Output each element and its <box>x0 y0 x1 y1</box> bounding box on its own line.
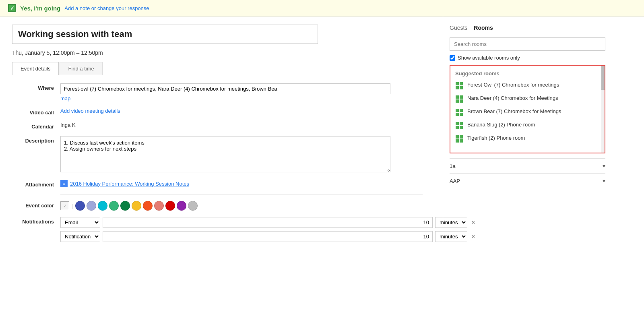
svg-rect-6 <box>456 99 459 103</box>
color-default[interactable]: ✓ <box>60 201 69 210</box>
svg-rect-4 <box>456 95 459 99</box>
notification-1: Email Notification minutes hours days × <box>60 217 475 228</box>
room-item-1[interactable]: Forest Owl (7) Chromebox for meetings <box>455 81 600 90</box>
color-blueberry[interactable] <box>75 201 85 211</box>
svg-rect-15 <box>460 126 463 129</box>
add-video-link[interactable]: Add video meeting details <box>60 108 120 114</box>
event-tabs: Event details Find a time <box>12 62 435 75</box>
room-name-1: Forest Owl (7) Chromebox for meetings <box>467 81 559 89</box>
suggested-rooms-box: Suggested rooms Forest Owl (7) Chromebox… <box>450 65 605 153</box>
scrollbar-track[interactable] <box>601 66 605 153</box>
color-lavender[interactable] <box>87 201 96 211</box>
where-input[interactable] <box>60 83 390 94</box>
color-tomato[interactable] <box>165 201 175 211</box>
notif-minutes-2[interactable] <box>103 231 433 242</box>
svg-rect-5 <box>460 95 463 99</box>
video-call-value: Add video meeting details <box>60 108 431 114</box>
section-aap-label: AAP <box>450 178 460 184</box>
svg-rect-10 <box>456 113 459 116</box>
event-color-label: Event color <box>12 201 60 209</box>
map-link[interactable]: map <box>60 95 431 101</box>
room-item-5[interactable]: Tigerfish (2) Phone room <box>455 134 600 143</box>
search-rooms-input[interactable] <box>450 37 605 51</box>
svg-rect-13 <box>460 122 463 125</box>
event-color-row: Event color ✓ | <box>12 201 431 211</box>
room-grid-icon-3 <box>455 108 463 116</box>
room-name-3: Brown Bear (7) Chromebox for Meetings <box>467 108 561 115</box>
attachment-link[interactable]: ≡ 2016 Holiday Performance: Working Sess… <box>60 180 431 187</box>
chevron-down-aap: ▾ <box>603 178 605 184</box>
event-color-value: ✓ | <box>60 201 431 211</box>
tab-find-time[interactable]: Find a time <box>60 62 102 75</box>
svg-rect-11 <box>460 113 463 116</box>
sidebar-tabs: Guests Rooms <box>450 25 605 32</box>
svg-rect-1 <box>460 82 463 85</box>
room-name-2: Nara Deer (4) Chromebox for Meetings <box>467 95 558 102</box>
color-basil[interactable] <box>120 201 130 211</box>
color-grape[interactable] <box>177 201 186 211</box>
where-row: Where map <box>12 83 431 101</box>
show-available-label: Show available rooms only <box>458 55 520 61</box>
attachment-value: ≡ 2016 Holiday Performance: Working Sess… <box>60 180 431 187</box>
room-item-4[interactable]: Banana Slug (2) Phone room <box>455 121 600 130</box>
tab-rooms[interactable]: Rooms <box>474 25 493 32</box>
svg-rect-7 <box>460 99 463 103</box>
description-value: 1. Discuss last week's action items 2. A… <box>60 136 431 174</box>
notif-type-1[interactable]: Email Notification <box>60 217 100 228</box>
room-grid-icon-5 <box>455 135 463 143</box>
right-sidebar: Guests Rooms Show available rooms only S… <box>443 17 612 335</box>
svg-rect-3 <box>460 86 463 89</box>
svg-rect-8 <box>456 109 459 112</box>
where-label: Where <box>12 83 60 91</box>
notifications-label: Notifications <box>12 217 60 225</box>
color-flamingo[interactable] <box>154 201 164 211</box>
svg-rect-19 <box>460 139 463 143</box>
video-call-row: Video call Add video meeting details <box>12 108 431 116</box>
form-divider <box>60 194 423 194</box>
event-title-input[interactable] <box>12 25 318 44</box>
section-1a-label: 1a <box>450 163 455 169</box>
notifications-value: Email Notification minutes hours days × … <box>60 217 475 245</box>
notifications-row: Notifications Email Notification minutes… <box>12 217 431 245</box>
attachment-label: Attachment <box>12 180 60 188</box>
chevron-down-1a: ▾ <box>603 163 605 169</box>
room-grid-icon-1 <box>455 82 463 90</box>
description-textarea[interactable]: 1. Discuss last week's action items 2. A… <box>60 136 390 172</box>
notif-minutes-1[interactable] <box>103 217 433 228</box>
suggested-rooms-title: Suggested rooms <box>455 70 600 77</box>
color-tangerine[interactable] <box>143 201 153 211</box>
svg-rect-9 <box>460 109 463 112</box>
color-banana[interactable] <box>132 201 141 211</box>
event-form: Thu, January 5, 12:00pm – 12:50pm Event … <box>0 17 443 335</box>
svg-rect-0 <box>456 82 459 85</box>
svg-rect-17 <box>460 135 463 139</box>
tab-event-details[interactable]: Event details <box>12 62 59 75</box>
room-name-5: Tigerfish (2) Phone room <box>467 134 525 142</box>
room-grid-icon-4 <box>455 122 463 130</box>
section-row-1a[interactable]: 1a ▾ <box>450 158 605 173</box>
rsvp-going-label: Yes, I'm going <box>20 5 60 12</box>
svg-rect-14 <box>456 126 459 129</box>
room-item-2[interactable]: Nara Deer (4) Chromebox for Meetings <box>455 95 600 103</box>
color-sage[interactable] <box>109 201 119 211</box>
where-value: map <box>60 83 431 101</box>
tab-guests[interactable]: Guests <box>450 25 467 32</box>
add-note-link[interactable]: Add a note or change your response <box>64 5 149 11</box>
calendar-label: Calendar <box>12 122 60 130</box>
svg-rect-16 <box>456 135 459 139</box>
description-row: Description 1. Discuss last week's actio… <box>12 136 431 174</box>
color-teal[interactable] <box>98 201 107 211</box>
sidebar-room-sections: 1a ▾ AAP ▾ <box>450 158 605 188</box>
room-item-3[interactable]: Brown Bear (7) Chromebox for Meetings <box>455 108 600 116</box>
rsvp-checkmark: ✓ <box>8 4 16 12</box>
description-label: Description <box>12 136 60 144</box>
notif-type-2[interactable]: Notification Email <box>60 231 100 242</box>
show-available-checkbox[interactable] <box>450 55 455 61</box>
attachment-text: 2016 Holiday Performance: Working Sessio… <box>70 181 189 187</box>
color-graphite[interactable] <box>188 201 198 211</box>
video-call-label: Video call <box>12 108 60 116</box>
show-available-row: Show available rooms only <box>450 55 605 61</box>
notification-2: Notification Email minutes hours days × <box>60 231 475 242</box>
section-row-aap[interactable]: AAP ▾ <box>450 173 605 188</box>
svg-rect-2 <box>456 86 459 89</box>
